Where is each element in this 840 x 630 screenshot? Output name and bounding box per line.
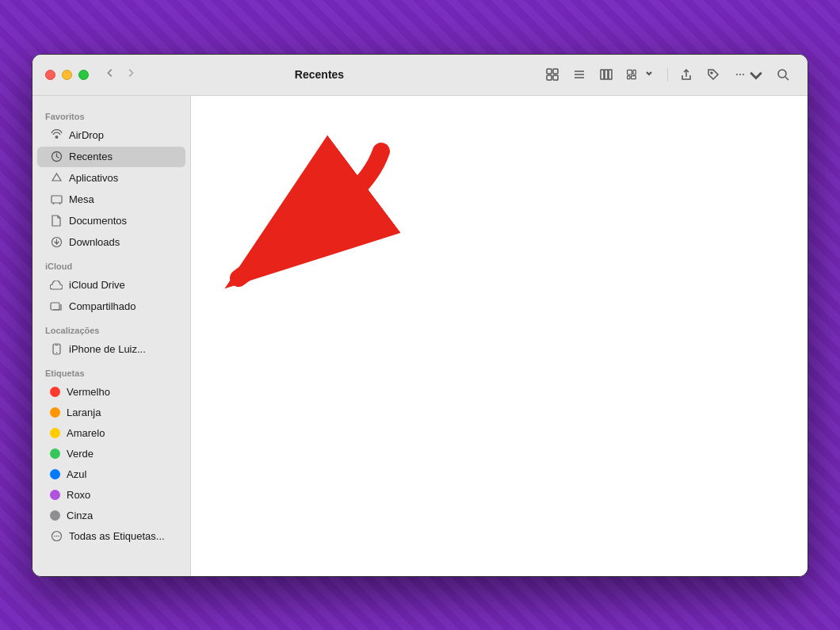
annotation-arrow (207, 136, 429, 357)
tag-dot-verde (50, 449, 60, 459)
svg-rect-2 (547, 75, 552, 80)
sidebar-item-tag-cinza[interactable]: Cinza (37, 506, 185, 525)
tag-dot-azul (50, 469, 60, 479)
minimize-button[interactable] (62, 70, 72, 80)
svg-point-16 (736, 74, 738, 75)
tag-dot-vermelho (50, 387, 60, 397)
sidebar-item-airdrop[interactable]: AirDrop (37, 125, 185, 146)
content-area: Favoritos AirDrop (32, 96, 808, 576)
sidebar-item-icloud-drive[interactable]: iCloud Drive (37, 275, 185, 296)
svg-rect-10 (628, 70, 632, 74)
svg-rect-23 (52, 196, 62, 203)
mesa-icon (50, 193, 63, 206)
search-button[interactable] (771, 64, 795, 85)
sidebar-label-documentos: Documentos (69, 215, 127, 227)
sidebar-item-todas-etiquetas[interactable]: Todas as Etiquetas... (37, 526, 185, 547)
share-button[interactable] (674, 64, 698, 85)
sidebar-label-mesa: Mesa (69, 193, 94, 205)
view-columns-button[interactable] (594, 64, 618, 85)
svg-point-21 (55, 136, 58, 139)
svg-point-19 (778, 70, 786, 78)
sidebar-item-iphone[interactable]: iPhone de Luiz... (37, 339, 185, 360)
titlebar: Recentes (32, 55, 808, 96)
sidebar-label-aplicativos: Aplicativos (69, 172, 118, 184)
sidebar-section-localizacoes: Localizações (32, 318, 190, 338)
tag-dot-cinza (50, 510, 60, 521)
sidebar-item-tag-azul[interactable]: Azul (37, 464, 185, 484)
sidebar-label-downloads: Downloads (69, 236, 120, 248)
svg-point-33 (54, 536, 55, 537)
sidebar-section-favoritos: Favoritos (32, 104, 190, 124)
sidebar-item-downloads[interactable]: Downloads (37, 232, 185, 253)
sidebar-item-recentes[interactable]: Recentes (37, 147, 185, 167)
tag-dot-amarelo (50, 428, 60, 438)
sidebar-item-tag-roxo[interactable]: Roxo (37, 485, 185, 505)
svg-rect-3 (553, 75, 558, 80)
svg-point-34 (55, 536, 57, 537)
more-actions-button[interactable] (728, 64, 768, 85)
sidebar-label-azul: Azul (67, 468, 86, 480)
sidebar-label-laranja: Laranja (67, 407, 101, 418)
icloud-drive-icon (50, 279, 63, 292)
iphone-icon (50, 343, 63, 356)
maximize-button[interactable] (78, 70, 89, 80)
svg-point-35 (58, 536, 59, 537)
sidebar-item-aplicativos[interactable]: Aplicativos (37, 168, 185, 189)
tag-dot-laranja (50, 407, 60, 418)
sidebar: Favoritos AirDrop (32, 96, 191, 576)
traffic-lights (45, 70, 89, 80)
aplicativos-icon (50, 172, 63, 185)
svg-point-18 (743, 74, 744, 75)
close-button[interactable] (45, 70, 55, 80)
window-title: Recentes (105, 68, 534, 81)
sidebar-label-airdrop: AirDrop (69, 129, 104, 141)
todas-etiquetas-icon (50, 530, 63, 543)
sidebar-label-verde: Verde (67, 448, 94, 460)
view-gallery-button[interactable] (621, 64, 661, 85)
svg-rect-1 (553, 69, 558, 74)
svg-line-20 (785, 77, 788, 80)
svg-rect-12 (628, 76, 630, 79)
svg-point-15 (711, 72, 712, 74)
svg-point-17 (739, 74, 741, 75)
sidebar-item-tag-vermelho[interactable]: Vermelho (37, 382, 185, 402)
sidebar-label-compartilhado: Compartilhado (69, 300, 136, 312)
sidebar-label-cinza: Cinza (67, 510, 93, 521)
view-list-button[interactable] (567, 64, 591, 85)
sidebar-item-tag-verde[interactable]: Verde (37, 444, 185, 464)
airdrop-icon (50, 129, 63, 142)
tag-dot-roxo (50, 490, 60, 500)
sidebar-item-tag-amarelo[interactable]: Amarelo (37, 423, 185, 443)
sidebar-label-roxo: Roxo (67, 489, 90, 501)
recentes-icon (50, 151, 63, 163)
sidebar-label-todas-etiquetas: Todas as Etiquetas... (69, 530, 165, 542)
svg-rect-28 (51, 303, 59, 310)
sidebar-label-iphone: iPhone de Luiz... (69, 343, 146, 355)
documentos-icon (50, 215, 63, 227)
sidebar-section-etiquetas: Etiquetas (32, 361, 190, 381)
main-content-area (191, 96, 808, 576)
finder-window: Recentes (32, 54, 808, 577)
sidebar-label-amarelo: Amarelo (67, 427, 105, 439)
svg-rect-0 (547, 69, 552, 74)
svg-rect-9 (609, 70, 612, 79)
tag-button[interactable] (701, 64, 725, 85)
sidebar-item-mesa[interactable]: Mesa (37, 189, 185, 210)
toolbar-icons (540, 64, 795, 85)
sidebar-section-icloud: iCloud (32, 254, 190, 274)
sidebar-label-icloud-drive: iCloud Drive (69, 279, 125, 291)
svg-rect-13 (632, 76, 636, 79)
svg-point-30 (55, 352, 57, 353)
toolbar-divider (667, 67, 668, 82)
svg-rect-8 (605, 70, 608, 79)
svg-rect-11 (633, 70, 636, 74)
sidebar-label-recentes: Recentes (69, 151, 113, 162)
sidebar-label-vermelho: Vermelho (67, 386, 110, 398)
view-grid-button[interactable] (540, 64, 564, 85)
svg-rect-7 (601, 70, 604, 79)
downloads-icon (50, 236, 63, 249)
sidebar-item-documentos[interactable]: Documentos (37, 211, 185, 231)
sidebar-item-tag-laranja[interactable]: Laranja (37, 403, 185, 422)
sidebar-item-compartilhado[interactable]: Compartilhado (37, 296, 185, 317)
compartilhado-icon (50, 300, 63, 313)
